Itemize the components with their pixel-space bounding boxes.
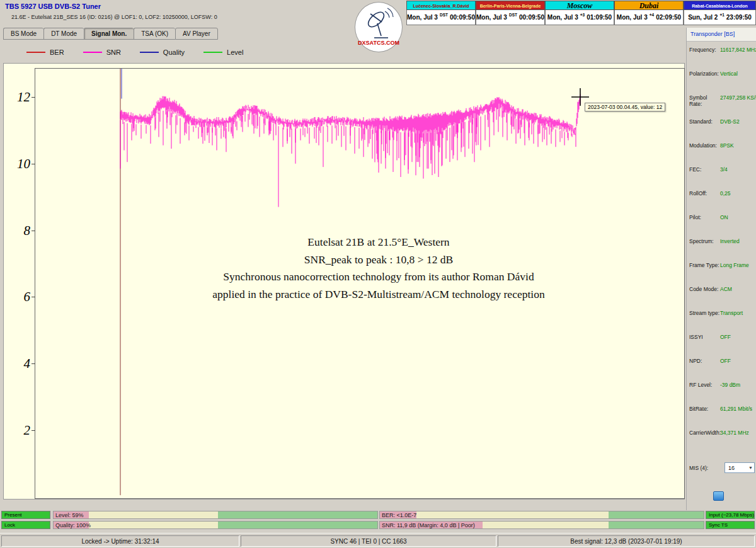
field-value: 3/4 xyxy=(720,166,728,173)
clock-time: Mon, Jul 3DST00:09:50 xyxy=(476,10,545,25)
clock-berlin-paris-vienna-belgrade: Berlin-Paris-Vienna-BelgradeMon, Jul 3DS… xyxy=(476,1,545,25)
field-value: 61,291 Mbit/s xyxy=(720,406,752,412)
field-label: RollOff: xyxy=(689,190,720,197)
clock-time: Mon, Jul 3+402:09:50 xyxy=(614,10,684,25)
chevron-down-icon: ▼ xyxy=(748,465,753,470)
mis-label: MIS (4): xyxy=(689,465,720,471)
transponder-field-rf-level: RF Level:-39 dBm xyxy=(689,382,755,406)
clock-time: Sun, Jul 2+123:09:50 xyxy=(684,10,756,25)
statusbar-cell-1: SYNC 46 | TEI 0 | CC 1663 xyxy=(241,535,496,547)
y-tick-label: 10 xyxy=(11,156,30,172)
field-label: NPD: xyxy=(689,358,720,364)
snr-plot-area[interactable]: Eutelsat 21B at 21.5°E_WesternSNR_peak t… xyxy=(35,69,684,498)
field-label: Frequency: xyxy=(689,47,720,53)
transponder-header: Transponder [BS] xyxy=(687,28,756,42)
field-label: Modulation: xyxy=(689,142,720,149)
gauge-zone xyxy=(483,522,609,528)
gauge-label: Level: 59% xyxy=(55,512,84,518)
status-row-1: LockQuality: 100%SNR: 11,9 dB (Margin: 4… xyxy=(0,521,756,529)
gauge-zone xyxy=(89,522,218,528)
transponder-field-code-mode: Code Mode:ACM xyxy=(689,286,755,310)
field-value: ACM xyxy=(720,286,732,292)
field-label: Symbol Rate: xyxy=(689,94,720,107)
gauge-zone xyxy=(89,511,218,518)
panel-mini-button[interactable] xyxy=(713,491,724,501)
status-flag-present: Present xyxy=(1,511,50,519)
field-label: RF Level: xyxy=(689,382,720,388)
transponder-fields: Frequency:11617,842 MHzPolarization:Vert… xyxy=(689,47,755,454)
transponder-field-bitrate: BitRate:61,291 Mbit/s xyxy=(689,406,755,430)
gauge-zone xyxy=(609,522,704,528)
legend-label: BER xyxy=(50,49,64,56)
field-value: 11617,842 MHz xyxy=(720,47,756,53)
clock-lu-enec-slovakia-r-d-vid: Lučenec-Slovakia_R.DávidMon, Jul 3DST00:… xyxy=(406,1,476,25)
transponder-field-pilot: Pilot:ON xyxy=(689,214,755,238)
transponder-field-symbol-rate: Symbol Rate:27497,258 KS/s xyxy=(689,94,755,118)
gauge-label: BER: <1.0E-7 xyxy=(382,512,416,518)
y-tick-label: 6 xyxy=(11,288,30,305)
clock-city-label: Lučenec-Slovakia_R.Dávid xyxy=(406,1,476,10)
y-tick-mark xyxy=(32,164,35,164)
field-label: Frame Type: xyxy=(689,262,720,268)
field-label: FEC: xyxy=(689,166,720,173)
mode-tabs: BS ModeDT ModeSignal Mon.TSA (OK)AV Play… xyxy=(3,28,218,40)
logo-text: DXSATCS.COM xyxy=(355,40,402,46)
app-title: TBS 5927 USB DVB-S2 Tuner xyxy=(5,3,101,10)
tab-av-player[interactable]: AV Player xyxy=(175,28,218,40)
transponder-field-frequency: Frequency:11617,842 MHz xyxy=(689,47,755,71)
legend-line-icon xyxy=(83,52,102,53)
y-tick-label: 4 xyxy=(11,355,30,372)
field-value: Inverted xyxy=(720,238,740,244)
gauge-zone xyxy=(218,511,377,518)
tab-tsa-ok[interactable]: TSA (OK) xyxy=(134,28,175,40)
y-tick-mark xyxy=(32,363,35,364)
dxsatcs-logo: DXSATCS.COM xyxy=(355,2,403,52)
y-tick-mark xyxy=(32,297,35,297)
status-row-0: PresentLevel: 59%BER: <1.0E-7Input (~23,… xyxy=(0,511,756,519)
field-value: OFF xyxy=(720,334,731,340)
transponder-field-fec: FEC:3/4 xyxy=(689,166,755,190)
gauge-level: Level: 59% xyxy=(53,511,378,519)
transponder-field-modulation: Modulation:8PSK xyxy=(689,142,755,166)
tuner-subtitle: 21.6E - Eutelsat 21B_SES 16 (ID: 0216) @… xyxy=(11,14,217,20)
y-tick-label: 8 xyxy=(11,222,30,239)
clock-moscow: MoscowMon, Jul 3+301:09:50 xyxy=(545,1,614,25)
snr-trace xyxy=(35,69,684,498)
field-value: Long Frame xyxy=(720,262,749,268)
field-value: 27497,258 KS/s xyxy=(720,94,756,101)
gauge-quality: Quality: 100% xyxy=(53,521,378,529)
field-value: 34,371 MHz xyxy=(720,430,749,436)
transponder-field-stream-type: Stream type:Transport xyxy=(689,310,755,334)
field-value: Transport xyxy=(720,310,743,316)
legend-item-snr: SNR xyxy=(83,49,121,56)
y-tick-mark xyxy=(32,97,35,98)
legend-line-icon xyxy=(140,52,159,53)
tab-signal-mon[interactable]: Signal Mon. xyxy=(84,28,134,40)
gauge-label: SNR: 11,9 dB (Margin: 4,0 dB | Poor) xyxy=(382,522,475,528)
statusbar-cell-2: Best signal: 12,3 dB (2023-07-01 19:19) xyxy=(498,535,755,547)
field-label: ISSYI xyxy=(689,334,720,340)
statusbar-cell-0: Locked -> Uptime: 31:32:14 xyxy=(1,535,239,547)
tab-bs-mode[interactable]: BS Mode xyxy=(3,28,43,40)
field-value: ON xyxy=(720,214,728,220)
tab-dt-mode[interactable]: DT Mode xyxy=(43,28,84,40)
clock-time: Mon, Jul 3+301:09:50 xyxy=(545,10,614,25)
snr-signal-path xyxy=(120,94,580,207)
status-bar: Locked -> Uptime: 31:32:14SYNC 46 | TEI … xyxy=(0,533,756,548)
transponder-field-npd: NPD:OFF xyxy=(689,358,755,382)
legend-label: Level xyxy=(227,49,243,56)
transponder-field-spectrum: Spectrum:Inverted xyxy=(689,238,755,262)
clock-rabat-casablanca-london: Rabat-Casablanca-LondonSun, Jul 2+123:09… xyxy=(684,1,756,25)
gauge-zone xyxy=(416,511,609,518)
legend-label: Quality xyxy=(163,49,185,56)
mis-dropdown[interactable]: 16 ▼ xyxy=(724,462,755,473)
field-label: Stream type: xyxy=(689,310,720,316)
field-value: 0,25 xyxy=(720,190,731,197)
field-value: -39 dBm xyxy=(720,382,740,388)
gauge-zone xyxy=(609,511,704,518)
gauge-ber: BER: <1.0E-7 xyxy=(379,511,704,519)
legend-item-ber: BER xyxy=(26,49,64,56)
field-value: Vertical xyxy=(720,71,738,77)
gauge-snr: SNR: 11,9 dB (Margin: 4,0 dB | Poor) xyxy=(379,521,704,529)
status-flag-sync-ts: Sync TS xyxy=(706,521,755,529)
